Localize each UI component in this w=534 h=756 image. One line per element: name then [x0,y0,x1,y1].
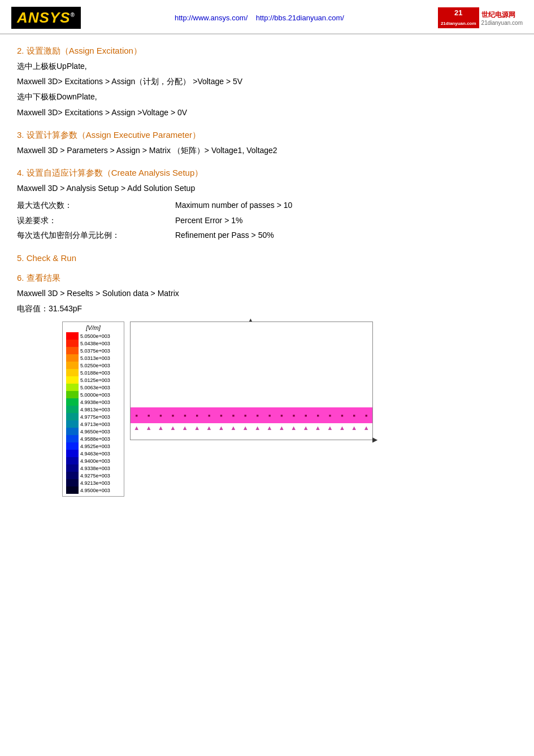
legend-color-swatch [66,479,79,486]
bottom-arrow: ▲ [303,424,309,431]
tick: ■ [232,414,235,418]
tick: ■ [341,414,343,418]
legend-label-text: 4.9775e+003 [80,414,110,420]
legend-color-swatch [66,362,79,369]
bottom-arrow: ▲ [327,424,333,431]
chart-pink-bar: ■ ■ ■ ■ ■ ■ ■ ■ ■ ■ ■ ■ ■ [131,407,372,423]
legend-item: 4.9813e+003 [66,406,120,413]
legend-label-text: 5.0438e+003 [80,341,110,346]
section-4-line1: Maxwell 3D > Analysis Setup > Add Soluti… [17,181,517,195]
legend-item: 5.0125e+003 [66,376,120,384]
legend-color-swatch [66,413,79,420]
section-3-title: 3. 设置计算参数（Assign Executive Parameter） [17,130,517,141]
section-6-title: 6. 查看结果 [17,273,517,284]
legend-item: 4.9938e+003 [66,398,120,406]
param-label: 误差要求： [17,213,175,228]
chart-legend: [V/m] 5.0500e+0035.0438e+0035.0375e+0035… [62,321,124,497]
legend-item: 4.9400e+003 [66,457,120,464]
param-row: 误差要求：Percent Error > 1% [17,213,517,228]
tick: ■ [280,414,283,418]
legend-label-text: 5.0000e+003 [80,392,110,398]
section-2-line4: Maxwell 3D> Excitations > Assign >Voltag… [17,106,517,120]
legend-label-text: 4.9588e+003 [80,436,110,442]
bottom-arrow: ▲ [267,424,273,431]
param-label: 最大迭代次数： [17,198,175,213]
section-2-body: 选中上极板UpPlate, Maxwell 3D> Excitations > … [17,59,517,120]
legend-title: [V/m] [66,324,120,331]
legend-color-swatch [66,457,79,464]
header-links: http://www.ansys.com/ http://bbs.21diany… [175,14,344,22]
bottom-arrow: ▲ [242,424,249,431]
bottom-arrow: ▲ [339,424,345,431]
bottom-arrow: ▲ [290,424,297,431]
ansys-logo: ANSYS® [11,7,81,29]
param-value: Maximum number of passes > 10 [175,198,292,213]
legend-color-swatch [66,332,79,340]
legend-items: 5.0500e+0035.0438e+0035.0375e+0035.0313e… [66,332,120,494]
legend-item: 4.9775e+003 [66,413,120,420]
legend-label-text: 4.9213e+003 [80,480,110,486]
legend-item: 4.9650e+003 [66,428,120,435]
param-value: Refinement per Pass > 50% [175,228,274,243]
logo-21-box: 21 21dianyuan.com [438,7,479,29]
legend-item: 4.9500e+003 [66,486,120,494]
tick: ■ [220,414,222,418]
bottom-arrow: ▲ [182,424,188,431]
section-3-line1: Maxwell 3D > Parameters > Assign > Matri… [17,144,517,158]
section-2-line2: Maxwell 3D> Excitations > Assign（计划，分配） … [17,75,517,89]
tick: ■ [172,414,174,418]
param-row: 最大迭代次数：Maximum number of passes > 10 [17,198,517,213]
legend-label-text: 5.0063e+003 [80,385,110,390]
logo-21-label: 21dianyuan.com [441,21,476,26]
section-4-title: 4. 设置自适应计算参数（Create Analysis Setup） [17,168,517,179]
param-value: Percent Error > 1% [175,213,242,228]
legend-color-swatch [66,347,79,354]
legend-item: 4.9463e+003 [66,450,120,457]
legend-item: 5.0000e+003 [66,391,120,398]
params-table: 最大迭代次数：Maximum number of passes > 10误差要求… [17,198,517,243]
legend-label-text: 4.9500e+003 [80,488,110,493]
section-6-line2: 电容值：31.543pF [17,302,517,316]
legend-label-text: 4.9400e+003 [80,458,110,464]
param-label: 每次迭代加密剖分单元比例： [17,228,175,243]
tick: ■ [256,414,258,418]
legend-label-text: 4.9938e+003 [80,399,110,405]
legend-item: 5.0063e+003 [66,384,120,391]
legend-color-swatch [66,398,79,406]
legend-label-text: 4.9650e+003 [80,429,110,435]
legend-color-swatch [66,420,79,428]
tick: ■ [196,414,198,418]
legend-color-swatch [66,486,79,494]
legend-label-text: 4.9463e+003 [80,451,110,457]
tick: ■ [208,414,210,418]
bottom-arrow: ▲ [230,424,236,431]
legend-color-swatch [66,384,79,391]
tick: ■ [316,414,319,418]
section-4: 4. 设置自适应计算参数（Create Analysis Setup） Maxw… [17,168,517,243]
bottom-arrow: ▲ [170,424,176,431]
legend-color-swatch [66,376,79,384]
logo-21-text: 世纪电源网 21dianyuan.com [481,10,523,26]
section-4-body: Maxwell 3D > Analysis Setup > Add Soluti… [17,181,517,243]
bottom-arrow: ▲ [279,424,285,431]
param-row: 每次迭代加密剖分单元比例：Refinement per Pass > 50% [17,228,517,243]
legend-label-text: 5.0188e+003 [80,370,110,376]
header-link-row: http://www.ansys.com/ http://bbs.21diany… [175,14,344,22]
logo-21-number: 21 [454,8,462,17]
legend-item: 5.0188e+003 [66,369,120,376]
legend-item: 4.9213e+003 [66,479,120,486]
legend-label-text: 5.0125e+003 [80,377,110,383]
legend-color-swatch [66,428,79,435]
legend-color-swatch [66,450,79,457]
section-2-title: 2. 设置激励（Assign Excitation） [17,46,517,57]
section-5: 5. Check & Run [17,253,517,263]
section-6: 6. 查看结果 Maxwell 3D > Reselts > Solution … [17,273,517,497]
chart-area: ▲ ■ ■ ■ ■ ■ ■ ■ [130,321,373,451]
tick: ■ [244,414,246,418]
tick: ■ [329,414,331,418]
ansys-link[interactable]: http://www.ansys.com/ [175,14,248,22]
dianyuan-link[interactable]: http://bbs.21dianyuan.com/ [256,14,344,22]
bottom-arrow: ▲ [315,424,321,431]
tick: ■ [184,414,186,418]
pink-bar-ticks: ■ ■ ■ ■ ■ ■ ■ ■ ■ ■ ■ ■ ■ [131,407,372,423]
